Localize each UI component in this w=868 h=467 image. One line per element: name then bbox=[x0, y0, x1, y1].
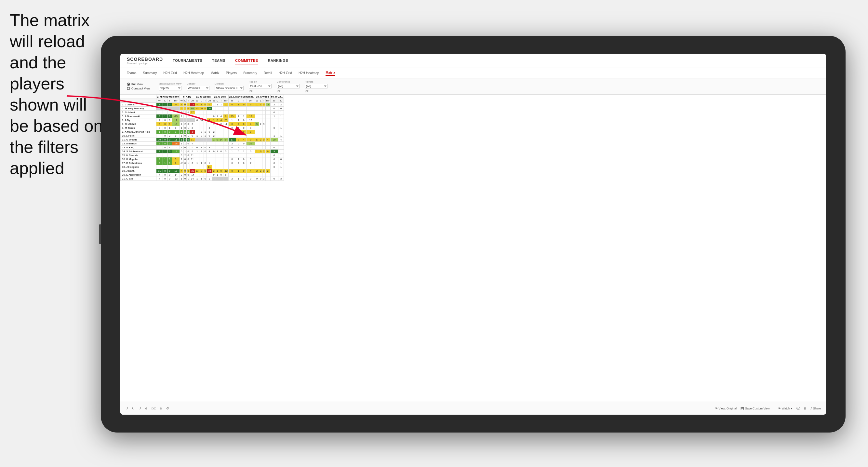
nav-teams[interactable]: TEAMS bbox=[212, 57, 225, 64]
sub-nav-matrix2[interactable]: Matrix bbox=[326, 70, 335, 76]
sub-nav-h2h-heatmap2[interactable]: H2H Heatmap bbox=[299, 70, 319, 75]
logo-area: SCOREBOARD Powered by clippd bbox=[127, 57, 163, 65]
player-name: 7. O Mitchell bbox=[121, 122, 156, 126]
t1: T bbox=[167, 99, 172, 103]
watch-button[interactable]: 👁 Watch ▾ bbox=[778, 407, 793, 410]
col-header-za: 60. W Za... bbox=[270, 95, 284, 99]
sub-nav-players[interactable]: Players bbox=[226, 70, 237, 75]
nav-committee[interactable]: COMMITTEE bbox=[235, 57, 258, 64]
sub-nav-summary[interactable]: Summary bbox=[143, 70, 157, 75]
region-label: Region bbox=[249, 80, 272, 83]
undo-button[interactable]: ↺ bbox=[126, 407, 128, 410]
player-name: 20. E Andersson bbox=[121, 173, 156, 177]
empty-header bbox=[121, 95, 156, 99]
table-row: 13. N Klug 0 0 1 -1 1 0 1 -2 0 1 0 3 bbox=[121, 146, 284, 150]
clock-button[interactable]: ⏱ bbox=[166, 407, 169, 410]
player-col-header bbox=[121, 99, 156, 103]
players-label: Players bbox=[305, 80, 328, 83]
table-row: 3. S Jelinek 0 2 0 17 bbox=[121, 111, 284, 115]
player-name: 17. D Ballesteros bbox=[121, 161, 156, 165]
full-view-option[interactable]: Full View bbox=[127, 83, 150, 86]
share-button[interactable]: ⤴ Share bbox=[810, 407, 821, 410]
max-players-filter: Max players in view Top 25 Top 50 All bbox=[159, 82, 182, 90]
view-options: Full View Compact View bbox=[127, 83, 150, 90]
compact-view-option[interactable]: Compact View bbox=[127, 87, 150, 90]
w4: W bbox=[212, 99, 216, 103]
region-filter: Region East - DII (All) (All) bbox=[249, 80, 272, 92]
annotation-text: The matrix will reload and the players s… bbox=[10, 10, 104, 179]
player-name: 9. A Maria Jimenez Rios bbox=[121, 130, 156, 134]
full-view-radio[interactable] bbox=[127, 83, 130, 86]
player-name: 14. S Srichantamit bbox=[121, 150, 156, 154]
division-filter: Division NCAA Division II NCAA Division … bbox=[215, 82, 244, 90]
nav-tournaments[interactable]: TOURNAMENTS bbox=[173, 57, 202, 64]
table-row: 20. E Andersson 4 0 0 -14 2 0 0 -14 0 bbox=[121, 173, 284, 177]
redo-button[interactable]: ↻ bbox=[132, 407, 135, 410]
dif6: Dif bbox=[266, 99, 270, 103]
table-row: 7. O Mitchell 3 0 0 18 2 2 0 2 1 bbox=[121, 122, 284, 126]
comment-button[interactable]: 💬 bbox=[797, 407, 800, 410]
w1: W bbox=[156, 99, 163, 103]
player-name: 16. K Mcgaha bbox=[121, 157, 156, 161]
save-custom-view-button[interactable]: 💾 Save Custom View bbox=[741, 407, 770, 410]
zoom-in-button[interactable]: ⊕ bbox=[160, 407, 162, 410]
table-row: 1. J Garcia 3 1 0 27 3 0 1 -11 4 1 0 0 1 bbox=[121, 103, 284, 107]
sub-nav-detail[interactable]: Detail bbox=[264, 70, 272, 75]
sub-nav-h2h-grid[interactable]: H2H Grid bbox=[163, 70, 177, 75]
col-header-woods: 11. G Woods bbox=[195, 95, 212, 99]
col-header-ady: 6. A Dy bbox=[180, 95, 195, 99]
col-header-webb: 38. A Webb bbox=[255, 95, 270, 99]
w6: W bbox=[255, 99, 259, 103]
sub-nav-h2h-grid2[interactable]: H2H Grid bbox=[278, 70, 292, 75]
table-row: 10. L Perini 0 2 0 1 0 1 0 1 0 1 0 2 bbox=[121, 134, 284, 138]
conference-label: Conference bbox=[277, 80, 300, 83]
sub-nav-h2h-heatmap[interactable]: H2H Heatmap bbox=[183, 70, 204, 75]
logo-title: SCOREBOARD bbox=[127, 57, 163, 62]
compact-view-radio[interactable] bbox=[127, 87, 130, 90]
l4: L bbox=[216, 99, 219, 103]
sub-nav-summary2[interactable]: Summary bbox=[243, 70, 257, 75]
view-original-button[interactable]: 👁 View: Original bbox=[715, 407, 737, 410]
player-name: 2. M Kelly Mulcahy bbox=[121, 107, 156, 111]
matrix-content[interactable]: 2. M Kelly Mulcahy 6. A Dy 11. G Woods 2… bbox=[120, 95, 826, 407]
matrix-table: 2. M Kelly Mulcahy 6. A Dy 11. G Woods 2… bbox=[120, 95, 284, 181]
table-row: 21. O Stoll 4 0 0 -33 1 0 1 14 1 1 0 1 bbox=[121, 177, 284, 181]
player-name: 10. L Perini bbox=[121, 134, 156, 138]
table-row: 16. K Mcgaha 2 1 0 3 1 0 0 11 bbox=[121, 157, 284, 161]
bottom-toolbar: ↺ ↻ ↺ ⊖ □·□ ⊕ ⏱ 👁 View: Original 💾 Save … bbox=[120, 402, 826, 415]
l7: L bbox=[278, 99, 284, 103]
player-name: 19. J Karth bbox=[121, 169, 156, 173]
player-name: 18. J Hodgson bbox=[121, 165, 156, 169]
grid-button[interactable]: ⊞ bbox=[804, 407, 807, 410]
table-row: 19. J Karth 31 0 0 13 4 0 0 -20 13 0 0 -… bbox=[121, 169, 284, 173]
l1: L bbox=[163, 99, 167, 103]
max-players-select[interactable]: Top 25 Top 50 All bbox=[159, 86, 182, 90]
conference-select[interactable]: (All) bbox=[277, 84, 300, 89]
col-header-schumac: 23. L Marie Schumac. bbox=[228, 95, 255, 99]
sub-nav-teams[interactable]: Teams bbox=[127, 70, 136, 75]
l2: L bbox=[183, 99, 187, 103]
gender-select[interactable]: Women's Men's bbox=[187, 86, 210, 90]
zoom-level: □·□ bbox=[152, 407, 156, 410]
players-filter: Players (All) (All) bbox=[305, 80, 328, 92]
nav-rankings[interactable]: RANKINGS bbox=[268, 57, 288, 64]
tablet-screen: SCOREBOARD Powered by clippd TOURNAMENTS… bbox=[120, 54, 826, 415]
conference-filter: Conference (All) (All) bbox=[277, 80, 300, 92]
col-header-stoll: 21. O Stoll bbox=[212, 95, 228, 99]
dif2: Dif bbox=[190, 99, 195, 103]
zoom-out-button[interactable]: ⊖ bbox=[145, 407, 148, 410]
filters-row: Full View Compact View Max players in vi… bbox=[120, 79, 826, 95]
sub-nav-matrix[interactable]: Matrix bbox=[210, 70, 219, 75]
w5: W bbox=[228, 99, 236, 103]
gender-label: Gender bbox=[187, 82, 210, 85]
w2: W bbox=[180, 99, 183, 103]
player-name: 6. A Dy bbox=[121, 118, 156, 122]
table-row: 9. A Maria Jimenez Rios 1 0 0 1 0 1 0 -9… bbox=[121, 130, 284, 134]
t5: T bbox=[241, 99, 246, 103]
table-row: 5. A Nomrowski 3 1 0 -15 1 1 0 bbox=[121, 115, 284, 118]
refresh-button[interactable]: ↺ bbox=[138, 407, 141, 410]
division-select[interactable]: NCAA Division II NCAA Division I NCAA Di… bbox=[215, 86, 244, 90]
region-select[interactable]: East - DII (All) bbox=[249, 84, 272, 89]
players-select[interactable]: (All) bbox=[305, 84, 328, 89]
gender-filter: Gender Women's Men's bbox=[187, 82, 210, 90]
